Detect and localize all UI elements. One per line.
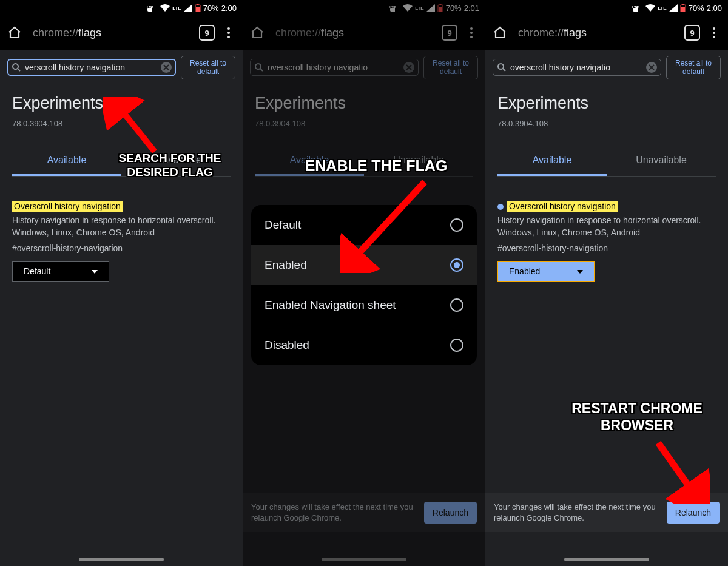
flag-title: Overscroll history navigation [12,201,123,212]
relaunch-bar: Your changes will take effect the next t… [485,493,728,532]
url-slug: flags [78,27,101,39]
url-field[interactable]: chrome://flags [514,27,681,39]
search-input[interactable] [268,62,400,72]
option-label: Enabled Navigation sheet [265,298,396,312]
relaunch-button[interactable]: Relaunch [424,502,477,524]
flag-option-enabled[interactable]: Enabled [251,245,477,285]
gesture-nav-pill[interactable] [79,558,164,561]
battery-text: 70% [689,4,704,13]
svg-point-14 [470,27,473,30]
battery-icon [437,4,443,12]
flag-option-enabled-navigation-sheet[interactable]: Enabled Navigation sheet [251,285,477,325]
tab-switcher[interactable]: 9 [684,25,700,41]
relaunch-button[interactable]: Relaunch [667,502,720,524]
flag-description: History navigation in response to horizo… [12,215,231,238]
status-bar: LTE LTE 70% 2:01 [243,0,485,16]
page-title: Experiments [12,94,231,113]
svg-line-8 [18,69,20,71]
overflow-menu-icon[interactable] [704,22,724,43]
flag-anchor-link[interactable]: #overscroll-history-navigation [12,243,123,255]
tab-switcher[interactable]: 9 [442,25,457,41]
svg-point-4 [228,27,230,30]
clock-text: 2:00 [707,4,722,13]
tab-switcher[interactable]: 9 [199,25,215,41]
svg-rect-12 [439,4,441,5]
flag-description: History navigation in response to horizo… [497,215,716,238]
browser-toolbar: chrome://flags 9 [0,16,243,50]
search-input[interactable] [510,62,642,72]
battery-icon [680,4,686,12]
relaunch-message: Your changes will take effect the next t… [251,502,417,524]
search-icon [254,62,264,72]
flags-page: Reset all to default Experiments 78.0.39… [485,50,728,566]
home-icon[interactable] [489,22,511,44]
screenshot-step-1: LTE LTE 70% 2:00 chrome://flags 9 Reset … [0,0,243,566]
clock-text: 2:01 [464,4,479,13]
battery-icon [195,4,201,12]
chrome-version: 78.0.3904.108 [12,119,231,128]
tab-unavailable[interactable]: Unavailable [607,146,716,176]
tab-available[interactable]: Available [497,146,607,176]
tab-unavailable[interactable]: Unavailable [364,146,473,176]
gesture-nav-pill[interactable] [322,558,406,561]
clear-icon[interactable] [161,62,172,73]
search-input[interactable] [25,62,157,72]
clear-icon[interactable] [646,62,657,73]
flag-result: Overscroll history navigation History na… [12,201,231,282]
flag-option-default[interactable]: Default [251,205,477,245]
tab-unavailable[interactable]: Unavailable [121,146,231,176]
svg-point-26 [713,36,715,38]
relaunch-message: Your changes will take effect the next t… [494,502,659,524]
lte-icon: LTE [658,5,667,11]
tab-available[interactable]: Available [12,146,121,176]
reset-all-button[interactable]: Reset all to default [666,56,721,79]
svg-rect-23 [681,7,685,12]
svg-point-15 [470,32,473,34]
svg-line-18 [260,69,263,71]
reset-all-button[interactable]: Reset all to default [423,56,478,79]
svg-rect-22 [682,4,684,5]
search-icon [12,62,21,72]
overflow-menu-icon[interactable] [461,22,482,43]
battery-text: 70% [203,4,219,13]
home-icon[interactable] [246,22,268,44]
search-icon [497,62,507,72]
svg-point-25 [713,32,715,34]
browser-toolbar: chrome://flags 9 [243,16,485,50]
relaunch-bar: Your changes will take effect the next t… [243,493,485,532]
home-icon[interactable] [4,22,25,44]
wifi-icon [160,4,170,12]
search-input-container [7,59,176,76]
search-row: Reset all to default [243,50,485,84]
flag-result: Overscroll history navigation History na… [497,201,716,282]
url-field[interactable]: chrome://flags [29,27,195,39]
clear-icon[interactable] [403,62,414,73]
chrome-version: 78.0.3904.108 [255,119,473,128]
tab-available[interactable]: Available [255,146,364,176]
screenshot-step-2: LTE LTE 70% 2:01 chrome://flags 9 Reset … [243,0,485,566]
radio-icon [450,218,463,232]
url-prefix: chrome:// [275,27,321,39]
flag-dropdown[interactable]: Enabled [497,261,716,282]
chrome-version: 78.0.3904.108 [497,119,716,128]
page-title: Experiments [497,94,716,113]
url-field[interactable]: chrome://flags [272,27,438,39]
flag-option-disabled[interactable]: Disabled [251,325,477,365]
gesture-nav-pill[interactable] [564,558,649,561]
search-row: Reset all to default [0,50,243,84]
svg-point-5 [228,32,230,34]
flag-dropdown[interactable]: Default [12,261,231,282]
signal-icon [426,4,435,12]
volte-icon: LTE [632,4,643,12]
reset-all-button[interactable]: Reset all to default [181,56,235,79]
flag-anchor-link[interactable]: #overscroll-history-navigation [497,243,608,255]
radio-icon [450,339,463,352]
search-input-container [493,59,661,76]
radio-icon [450,298,463,312]
svg-rect-3 [196,7,200,12]
svg-point-6 [228,36,230,38]
wifi-icon [403,4,413,12]
svg-point-7 [13,64,18,69]
overflow-menu-icon[interactable] [218,22,239,43]
svg-point-16 [470,36,473,38]
